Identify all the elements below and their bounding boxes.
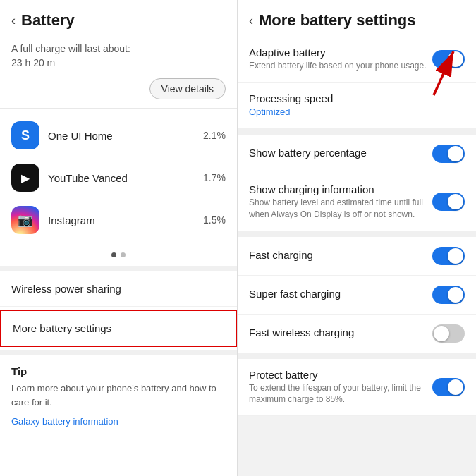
app-icon-instagram: 📷 [11, 206, 39, 234]
tip-title: Tip [11, 365, 226, 377]
back-arrow-icon[interactable]: ‹ [11, 13, 16, 28]
app-name: One UI Home [48, 130, 195, 142]
right-page-title: More battery settings [259, 11, 416, 30]
list-item: ▶ YouTube Vanced 1.7% [0, 157, 237, 199]
section-divider-r2 [238, 231, 476, 237]
tip-text: Learn more about your phone's battery an… [11, 382, 226, 409]
setting-super-fast-charging: Super fast charging [238, 276, 476, 315]
setting-sublabel-accent: Optimized [249, 106, 465, 118]
setting-content: Adaptive battery Extend battery life bas… [249, 47, 427, 72]
app-percent: 1.7% [203, 172, 226, 183]
app-icon-youtube: ▶ [11, 164, 39, 192]
setting-label: Fast charging [249, 249, 427, 261]
setting-adaptive-battery: Adaptive battery Extend battery life bas… [238, 37, 476, 83]
setting-label: Adaptive battery [249, 47, 427, 59]
list-item: S One UI Home 2.1% [0, 114, 237, 157]
setting-content: Protect battery To extend the lifespan o… [249, 369, 427, 406]
wireless-charging-toggle[interactable] [432, 324, 465, 343]
battery-percentage-toggle[interactable] [432, 145, 465, 163]
app-percent: 1.5% [203, 214, 226, 226]
tip-link[interactable]: Galaxy battery information [11, 416, 118, 427]
setting-sublabel: To extend the lifespan of your battery, … [249, 382, 427, 406]
left-header: ‹ Battery [0, 0, 237, 37]
page-title: Battery [21, 11, 75, 30]
setting-label: Protect battery [249, 369, 427, 381]
setting-sublabel: Show battery level and estimated time un… [249, 197, 427, 221]
setting-charging-info: Show charging information Show battery l… [238, 173, 476, 231]
app-name: Instagram [48, 214, 195, 226]
setting-content: Show battery percentage [249, 147, 427, 160]
setting-content: Super fast charging [249, 288, 427, 301]
setting-sublabel: Extend battery life based on your phone … [249, 60, 427, 72]
menu-item-more-battery[interactable]: More battery settings [0, 310, 237, 347]
right-panel-wrapper: ‹ More battery settings Adaptive battery… [238, 0, 476, 476]
right-back-arrow-icon[interactable]: ‹ [249, 13, 253, 28]
section-divider [0, 266, 237, 271]
section-divider-2 [0, 350, 237, 355]
menu-item-wireless[interactable]: Wireless power sharing [0, 271, 237, 307]
settings-list: Adaptive battery Extend battery life bas… [238, 37, 476, 416]
setting-fast-charging: Fast charging [238, 237, 476, 276]
app-icon-oneui: S [11, 121, 39, 149]
setting-label: Show battery percentage [249, 147, 427, 159]
setting-protect-battery: Protect battery To extend the lifespan o… [238, 359, 476, 417]
view-details-container: View details [0, 78, 237, 108]
view-details-button[interactable]: View details [149, 78, 226, 99]
dot-active [111, 252, 116, 257]
app-percent: 2.1% [203, 130, 226, 141]
fast-charging-toggle[interactable] [432, 247, 465, 265]
setting-battery-percentage: Show battery percentage [238, 135, 476, 173]
list-item: 📷 Instagram 1.5% [0, 199, 237, 241]
charging-info-toggle[interactable] [432, 193, 465, 211]
dots-indicator [0, 247, 237, 266]
app-name: YouTube Vanced [48, 172, 195, 184]
right-panel: ‹ More battery settings Adaptive battery… [238, 0, 476, 416]
right-header: ‹ More battery settings [238, 0, 476, 37]
dot-inactive [121, 252, 126, 257]
super-fast-charging-toggle[interactable] [432, 286, 465, 304]
tip-section: Tip Learn more about your phone's batter… [0, 355, 237, 437]
setting-label: Fast wireless charging [249, 327, 427, 338]
setting-label: Processing speed [249, 92, 465, 104]
setting-content: Show charging information Show battery l… [249, 183, 427, 221]
adaptive-battery-toggle[interactable] [432, 50, 465, 68]
setting-label: Show charging information [249, 183, 427, 195]
left-panel: ‹ Battery A full charge will last about:… [0, 0, 238, 476]
setting-wireless-charging: Fast wireless charging [238, 315, 476, 353]
setting-content: Fast charging [249, 249, 427, 262]
section-divider-r3 [238, 353, 476, 359]
charge-info: A full charge will last about: 23 h 20 m [0, 37, 237, 78]
setting-processing-speed[interactable]: Processing speed Optimized [238, 83, 476, 129]
setting-label: Super fast charging [249, 288, 427, 300]
section-divider-r [238, 129, 476, 135]
app-list: S One UI Home 2.1% ▶ YouTube Vanced 1.7%… [0, 109, 237, 247]
setting-content: Fast wireless charging [249, 327, 427, 340]
setting-content: Processing speed Optimized [249, 92, 465, 118]
protect-battery-toggle[interactable] [432, 378, 465, 396]
